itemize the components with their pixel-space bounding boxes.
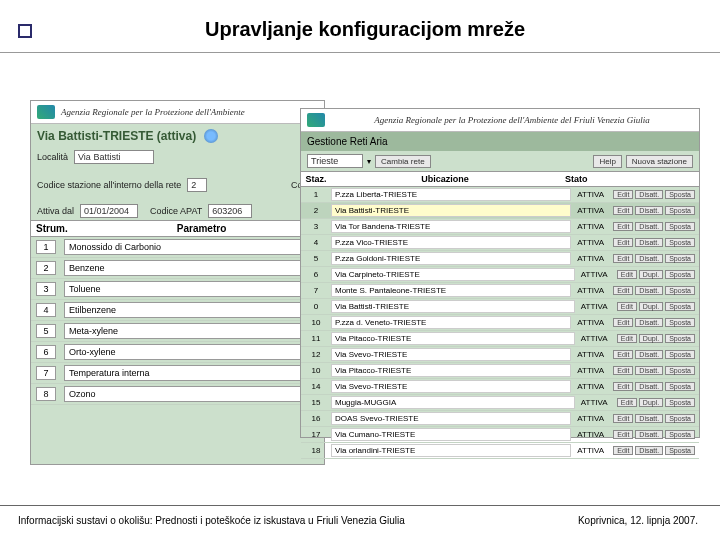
row-action-button[interactable]: Edit bbox=[617, 270, 637, 279]
row-action-button[interactable]: Disatt. bbox=[635, 366, 663, 375]
station-row[interactable]: 17Via Cumano-TRIESTEATTIVAEditDisatt.Spo… bbox=[301, 427, 699, 443]
row-action-button[interactable]: Disatt. bbox=[635, 254, 663, 263]
input-localita[interactable]: Via Battisti bbox=[74, 150, 154, 164]
row-action-button[interactable]: Sposta bbox=[665, 430, 695, 439]
instrument-row[interactable]: 6Orto-xylene bbox=[31, 342, 324, 363]
row-action-button[interactable]: Dupl. bbox=[639, 398, 663, 407]
station-stato: ATTIVA bbox=[575, 414, 611, 423]
globe-icon[interactable] bbox=[204, 129, 218, 143]
row-action-button[interactable]: Disatt. bbox=[635, 238, 663, 247]
row-action-button[interactable]: Sposta bbox=[665, 302, 695, 311]
instrument-row[interactable]: 3Toluene bbox=[31, 279, 324, 300]
instrument-row[interactable]: 5Meta-xylene bbox=[31, 321, 324, 342]
station-row[interactable]: 18Via orlandini-TRIESTEATTIVAEditDisatt.… bbox=[301, 443, 699, 459]
row-action-button[interactable]: Edit bbox=[617, 398, 637, 407]
row-action-button[interactable]: Edit bbox=[613, 414, 633, 423]
row-action-button[interactable]: Sposta bbox=[665, 382, 695, 391]
station-ubicazione: Via Battisti-TRIESTE bbox=[331, 204, 571, 217]
station-row[interactable]: 11Via Pitacco-TRIESTEATTIVAEditDupl.Spos… bbox=[301, 331, 699, 347]
row-action-button[interactable]: Sposta bbox=[665, 366, 695, 375]
row-action-button[interactable]: Edit bbox=[613, 350, 633, 359]
row-action-button[interactable]: Disatt. bbox=[635, 206, 663, 215]
row-action-button[interactable]: Disatt. bbox=[635, 350, 663, 359]
instrument-row[interactable]: 8Ozono bbox=[31, 384, 324, 405]
station-row[interactable]: 14Via Svevo-TRIESTEATTIVAEditDisatt.Spos… bbox=[301, 379, 699, 395]
row-action-button[interactable]: Sposta bbox=[665, 446, 695, 455]
row-action-button[interactable]: Edit bbox=[613, 222, 633, 231]
station-row[interactable]: 7Monte S. Pantaleone-TRIESTEATTIVAEditDi… bbox=[301, 283, 699, 299]
row-action-button[interactable]: Edit bbox=[613, 286, 633, 295]
row-action-button[interactable]: Disatt. bbox=[635, 222, 663, 231]
station-row[interactable]: 15Muggia-MUGGIAATTIVAEditDupl.Sposta bbox=[301, 395, 699, 411]
station-ubicazione: Via Carpineto-TRIESTE bbox=[331, 268, 575, 281]
row-action-button[interactable]: Edit bbox=[613, 366, 633, 375]
station-row[interactable]: 2Via Battisti-TRIESTEATTIVAEditDisatt.Sp… bbox=[301, 203, 699, 219]
row-action-button[interactable]: Disatt. bbox=[635, 382, 663, 391]
help-button[interactable]: Help bbox=[593, 155, 621, 168]
row-action-button[interactable]: Sposta bbox=[665, 286, 695, 295]
station-row[interactable]: 12Via Svevo-TRIESTEATTIVAEditDisatt.Spos… bbox=[301, 347, 699, 363]
station-row[interactable]: 16DOAS Svevo-TRIESTEATTIVAEditDisatt.Spo… bbox=[301, 411, 699, 427]
station-stato: ATTIVA bbox=[575, 446, 611, 455]
station-row[interactable]: 0Via Battisti-TRIESTEATTIVAEditDupl.Spos… bbox=[301, 299, 699, 315]
row-action-button[interactable]: Sposta bbox=[665, 350, 695, 359]
row-action-button[interactable]: Edit bbox=[617, 302, 637, 311]
station-row[interactable]: 1P.zza Liberta-TRIESTEATTIVAEditDisatt.S… bbox=[301, 187, 699, 203]
row-action-button[interactable]: Disatt. bbox=[635, 286, 663, 295]
row-action-button[interactable]: Edit bbox=[613, 206, 633, 215]
change-network-button[interactable]: Cambia rete bbox=[375, 155, 431, 168]
row-action-button[interactable]: Edit bbox=[613, 254, 633, 263]
agency-name-right: Agenzia Regionale per la Protezione dell… bbox=[331, 115, 693, 125]
station-stato: ATTIVA bbox=[579, 398, 615, 407]
instrument-row[interactable]: 1Monossido di Carbonio bbox=[31, 237, 324, 258]
instrument-row[interactable]: 2Benzene bbox=[31, 258, 324, 279]
chevron-down-icon[interactable]: ▾ bbox=[367, 157, 371, 166]
row-action-button[interactable]: Dupl. bbox=[639, 270, 663, 279]
row-action-button[interactable]: Edit bbox=[613, 238, 633, 247]
row-action-button[interactable]: Disatt. bbox=[635, 318, 663, 327]
row-action-button[interactable]: Sposta bbox=[665, 270, 695, 279]
row-action-button[interactable]: Edit bbox=[613, 318, 633, 327]
row-action-button[interactable]: Edit bbox=[613, 446, 633, 455]
row-action-button[interactable]: Sposta bbox=[665, 254, 695, 263]
station-row[interactable]: 3Via Tor Bandena-TRIESTEATTIVAEditDisatt… bbox=[301, 219, 699, 235]
instrument-row[interactable]: 4Etilbenzene bbox=[31, 300, 324, 321]
row-action-button[interactable]: Sposta bbox=[665, 222, 695, 231]
row-action-button[interactable]: Dupl. bbox=[639, 334, 663, 343]
input-codice-stazione[interactable]: 2 bbox=[187, 178, 207, 192]
row-action-button[interactable]: Edit bbox=[613, 190, 633, 199]
instrument-number: 2 bbox=[36, 261, 56, 275]
new-station-button[interactable]: Nuova stazione bbox=[626, 155, 693, 168]
instrument-parameter: Meta-xylene bbox=[64, 323, 319, 339]
station-row[interactable]: 5P.zza Goldoni-TRIESTEATTIVAEditDisatt.S… bbox=[301, 251, 699, 267]
row-action-button[interactable]: Disatt. bbox=[635, 414, 663, 423]
station-stato: ATTIVA bbox=[575, 190, 611, 199]
input-attiva-dal[interactable]: 01/01/2004 bbox=[80, 204, 138, 218]
row-action-button[interactable]: Edit bbox=[617, 334, 637, 343]
agency-logo-icon bbox=[307, 113, 325, 127]
row-action-button[interactable]: Sposta bbox=[665, 190, 695, 199]
row-action-button[interactable]: Disatt. bbox=[635, 190, 663, 199]
row-action-button[interactable]: Edit bbox=[613, 430, 633, 439]
row-action-button[interactable]: Disatt. bbox=[635, 430, 663, 439]
header-strum: Strum. bbox=[36, 223, 84, 234]
station-row[interactable]: 10P.zza d. Veneto-TRIESTEATTIVAEditDisat… bbox=[301, 315, 699, 331]
station-row[interactable]: 4P.zza Vico-TRIESTEATTIVAEditDisatt.Spos… bbox=[301, 235, 699, 251]
agency-header-right: Agenzia Regionale per la Protezione dell… bbox=[301, 109, 699, 132]
row-action-button[interactable]: Sposta bbox=[665, 414, 695, 423]
row-action-button[interactable]: Dupl. bbox=[639, 302, 663, 311]
station-row[interactable]: 6Via Carpineto-TRIESTEATTIVAEditDupl.Spo… bbox=[301, 267, 699, 283]
row-action-button[interactable]: Sposta bbox=[665, 238, 695, 247]
instrument-row[interactable]: 7Temperatura interna bbox=[31, 363, 324, 384]
station-ubicazione: Via orlandini-TRIESTE bbox=[331, 444, 571, 457]
row-action-button[interactable]: Sposta bbox=[665, 206, 695, 215]
row-action-button[interactable]: Sposta bbox=[665, 334, 695, 343]
row-action-button[interactable]: Sposta bbox=[665, 398, 695, 407]
station-row[interactable]: 10Via Pitacco-TRIESTEATTIVAEditDisatt.Sp… bbox=[301, 363, 699, 379]
row-action-button[interactable]: Edit bbox=[613, 382, 633, 391]
input-codice-apat[interactable]: 603206 bbox=[208, 204, 252, 218]
row-action-button[interactable]: Disatt. bbox=[635, 446, 663, 455]
instrument-number: 4 bbox=[36, 303, 56, 317]
row-action-button[interactable]: Sposta bbox=[665, 318, 695, 327]
select-rete[interactable]: Trieste bbox=[307, 154, 363, 168]
